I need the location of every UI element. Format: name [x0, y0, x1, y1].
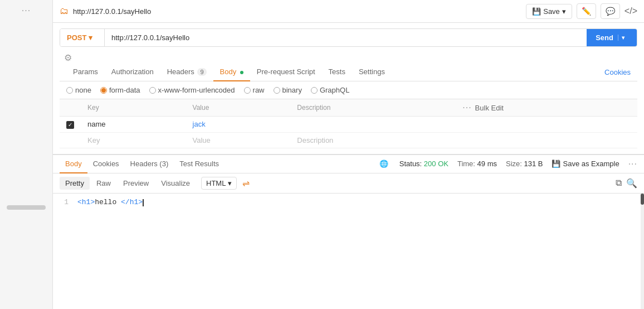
row1-key[interactable]: name [81, 117, 186, 133]
sidebar-scrollbar [7, 205, 46, 210]
response-more-dots[interactable]: ··· [628, 159, 637, 169]
tab-pre-request-script[interactable]: Pre-request Script [250, 63, 322, 81]
row2-key-placeholder[interactable]: Key [81, 132, 186, 148]
status-label: Status: 200 OK [399, 160, 448, 168]
fmt-tab-raw[interactable]: Raw [91, 177, 116, 190]
save-icon: 💾 [532, 7, 541, 16]
tab-tests[interactable]: Tests [322, 63, 352, 81]
code-area-wrap: 1 <h1>hello </h1> [53, 194, 644, 310]
topbar-actions: 💾 Save ▾ ✏️ 💬 </> [526, 3, 637, 19]
kv-header-description: Description [290, 99, 456, 117]
body-type-raw[interactable]: raw [244, 86, 265, 94]
fmt-tab-preview[interactable]: Preview [118, 177, 154, 190]
row2-value-placeholder[interactable]: Value [186, 132, 291, 148]
body-type-none[interactable]: none [66, 86, 91, 94]
label-raw: raw [253, 86, 265, 94]
kv-header-checkbox [60, 99, 81, 117]
fmt-tab-visualize[interactable]: Visualize [155, 177, 196, 190]
send-label: Send [596, 33, 613, 42]
save-label: Save [543, 7, 560, 16]
kv-header-value: Value [186, 99, 291, 117]
comment-icon-button[interactable]: 💬 [601, 3, 620, 19]
time-label: Time: 49 ms [457, 160, 497, 168]
response-section: Body Cookies Headers (3) Test Results 🌐 … [53, 154, 644, 310]
tab-body[interactable]: Body [213, 63, 250, 81]
line-number-1: 1 [60, 198, 69, 206]
radio-none[interactable] [66, 87, 73, 94]
tab-params[interactable]: Params [66, 63, 105, 81]
cookies-link[interactable]: Cookies [604, 68, 631, 76]
kv-header-key: Key [81, 99, 186, 117]
language-select[interactable]: HTML ▾ [201, 177, 237, 190]
resp-tab-body[interactable]: Body [60, 155, 87, 173]
row1-checkbox[interactable]: ✓ [66, 121, 74, 129]
response-status-bar: 🌐 Status: 200 OK Time: 49 ms Size: 131 B… [379, 159, 637, 169]
method-label: POST [67, 33, 86, 42]
save-example-button[interactable]: 💾 Save as Example [552, 160, 619, 168]
radio-raw[interactable] [244, 87, 251, 94]
resp-tab-headers[interactable]: Headers (3) [125, 155, 174, 173]
save-example-icon: 💾 [552, 160, 560, 168]
method-chevron: ▾ [89, 33, 92, 42]
request-tabs: Params Authorization Headers 9 Body Pre-… [60, 63, 637, 81]
tab-settings[interactable]: Settings [352, 63, 392, 81]
kv-table: Key Value Description ··· Bulk Edit ✓ [60, 99, 637, 148]
response-tabs: Body Cookies Headers (3) Test Results 🌐 … [53, 155, 644, 173]
row1-value[interactable]: jack [186, 117, 291, 133]
url-bar: POST ▾ Send ▾ [60, 28, 637, 47]
body-type-binary[interactable]: binary [274, 86, 302, 94]
body-type-graphql[interactable]: GraphQL [311, 86, 349, 94]
row2-checkbox-cell [60, 132, 81, 148]
resp-tab-cookies[interactable]: Cookies [87, 155, 125, 173]
language-label: HTML [206, 179, 226, 187]
row2-description-placeholder[interactable]: Description [290, 132, 456, 148]
body-type-form-data[interactable]: form-data [100, 86, 140, 94]
bulk-edit-button[interactable]: Bulk Edit [475, 104, 504, 112]
label-none: none [75, 86, 91, 94]
wrap-icon[interactable]: ⇌ [242, 178, 250, 189]
search-button[interactable]: 🔍 [626, 178, 637, 189]
send-button[interactable]: Send ▾ [587, 29, 637, 46]
label-graphql: GraphQL [320, 86, 349, 94]
body-dot [240, 71, 243, 74]
radio-form-data[interactable] [100, 87, 107, 94]
globe-icon[interactable]: 🌐 [379, 160, 388, 168]
code-toggle-icon[interactable]: </> [625, 6, 637, 16]
tag-open: <h1> [77, 198, 95, 206]
headers-badge: 9 [197, 68, 206, 76]
status-ok: 200 OK [424, 160, 448, 168]
fmt-tab-pretty[interactable]: Pretty [60, 177, 90, 190]
edit-icon-button[interactable]: ✏️ [577, 3, 596, 19]
save-button[interactable]: 💾 Save ▾ [526, 4, 572, 19]
radio-urlencoded[interactable] [149, 87, 156, 94]
scrollbar-thumb[interactable] [641, 194, 644, 205]
code-line-1: 1 <h1>hello </h1> [60, 198, 637, 206]
tab-authorization[interactable]: Authorization [105, 63, 160, 81]
body-type-urlencoded[interactable]: x-www-form-urlencoded [149, 86, 235, 94]
radio-binary[interactable] [274, 87, 280, 94]
kv-more-dots[interactable]: ··· [462, 103, 471, 113]
resp-tab-test-results[interactable]: Test Results [174, 155, 225, 173]
code-area[interactable]: 1 <h1>hello </h1> [53, 194, 644, 310]
label-urlencoded: x-www-form-urlencoded [158, 86, 235, 94]
body-type-selector: none form-data x-www-form-urlencoded raw… [60, 81, 637, 99]
send-chevron[interactable]: ▾ [618, 35, 628, 41]
sidebar-menu-dots[interactable]: ··· [22, 6, 31, 16]
method-select[interactable]: POST ▾ [60, 29, 105, 46]
row2-checkbox-empty [66, 137, 73, 143]
request-type-icon: 🗂 [60, 6, 69, 16]
line-content-1: <h1>hello </h1> [77, 198, 144, 206]
url-input[interactable] [105, 29, 587, 46]
format-actions: ⧉ 🔍 [616, 178, 637, 189]
language-chevron: ▾ [228, 179, 232, 187]
save-example-label: Save as Example [563, 160, 619, 168]
row1-checkbox-cell: ✓ [60, 117, 81, 133]
row1-description[interactable] [290, 117, 456, 133]
kv-header-more: ··· Bulk Edit [456, 99, 637, 117]
copy-button[interactable]: ⧉ [616, 178, 622, 188]
tab-headers[interactable]: Headers 9 [160, 63, 213, 81]
scrollbar-track [641, 194, 644, 310]
save-chevron[interactable]: ▾ [562, 7, 566, 16]
radio-graphql[interactable] [311, 87, 318, 94]
topbar: 🗂 http://127.0.0.1/sayHello 💾 Save ▾ ✏️ … [53, 0, 644, 23]
